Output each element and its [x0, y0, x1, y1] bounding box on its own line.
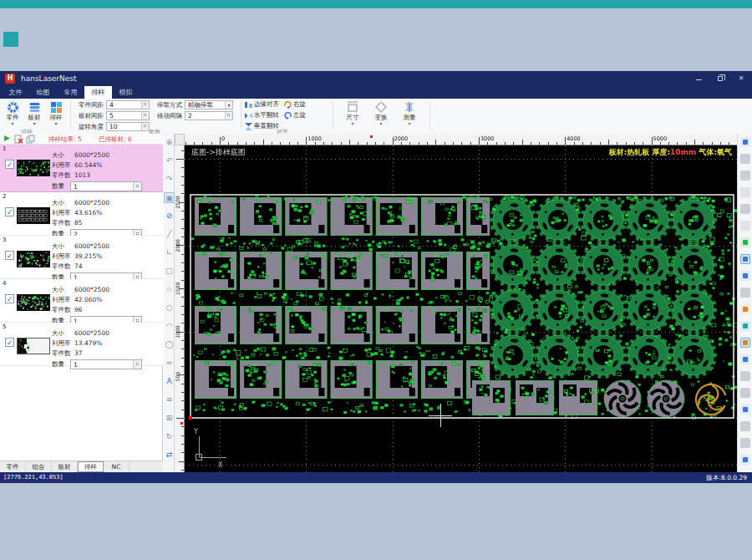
edit-icon[interactable] — [740, 237, 750, 247]
text-icon[interactable]: A — [164, 376, 175, 387]
item-qty-value: 1 — [74, 182, 78, 191]
nest-canvas-area[interactable]: 底图->排样底图 板材:热轧板 厚度:10mm 气体:氧气 — [185, 145, 737, 472]
delete-result-icon[interactable] — [14, 135, 23, 144]
transform-dropdown-caret[interactable]: ▾ — [369, 121, 393, 126]
size-dropdown-caret[interactable]: ▾ — [341, 121, 364, 126]
item-thumbnail — [17, 207, 50, 224]
layer-3-icon[interactable] — [740, 187, 750, 197]
result-item-5[interactable]: 5✓大小6000*2500利用率13.479%零件数37数量1 — [0, 323, 163, 366]
result-item-3[interactable]: 3✓大小6000*2500利用率39.215%零件数74数量1 — [0, 236, 163, 279]
item-checkbox[interactable]: ✓ — [5, 160, 14, 169]
part-gap-input[interactable]: 4 — [106, 100, 150, 109]
item-checkbox[interactable]: ✓ — [5, 294, 14, 303]
arc-icon[interactable]: ◠ — [164, 321, 175, 332]
menu-tab-simulate[interactable]: 模拟 — [112, 86, 140, 99]
result-item-1[interactable]: 1✓大小6000*2500利用率60.544%零件数1013数量1 — [0, 145, 163, 192]
menu-tab-file[interactable]: 文件 — [2, 86, 29, 99]
layer-4-icon[interactable] — [740, 204, 750, 214]
rect-icon[interactable]: □ — [164, 266, 175, 277]
menu-tab-nest[interactable]: 排样 — [84, 86, 112, 99]
dimension-icon[interactable]: ≡ — [164, 395, 175, 405]
sheet-gap-input[interactable]: 5 — [106, 111, 150, 120]
ellipse-icon[interactable]: ◯ — [164, 339, 175, 350]
sheet-gap-picker-icon[interactable] — [141, 112, 149, 120]
canvas-title: 底图->排样底图 — [191, 147, 246, 158]
display-icon[interactable] — [740, 254, 750, 264]
part-gap-picker-icon[interactable] — [141, 101, 149, 109]
panel-icon[interactable] — [740, 405, 750, 415]
polyline-icon[interactable]: ∟ — [164, 247, 175, 258]
circle-icon[interactable]: ○ — [164, 303, 175, 313]
copy-result-icon[interactable] — [26, 135, 35, 144]
nest-dropdown-caret[interactable]: ▾ — [46, 121, 66, 126]
result-item-2[interactable]: 2✓大小6000*2500利用率43.616%零件数85数量2 — [0, 192, 163, 236]
panel-tab-nc[interactable]: NC — [104, 461, 130, 472]
layer-1-icon[interactable] — [740, 154, 750, 164]
restore-button[interactable] — [716, 74, 724, 83]
rotate-right-button[interactable]: 右旋 — [284, 100, 306, 109]
zoom-fit-icon[interactable]: ⊘ — [164, 211, 175, 221]
item-checkbox[interactable]: ✓ — [5, 251, 14, 260]
dock-mode-select[interactable]: 精确停靠▾ — [185, 100, 233, 109]
grid-icon[interactable]: ⊞ — [164, 413, 175, 424]
mirror-icon[interactable]: ⇄ — [164, 450, 175, 461]
parts-button[interactable]: 零件 ▾ — [3, 100, 23, 129]
grid-dots-icon[interactable] — [740, 455, 750, 465]
panel-tab-parts[interactable]: 零件 — [0, 461, 26, 472]
sheets-dropdown-caret[interactable]: ▾ — [24, 121, 44, 126]
layer-5-icon[interactable] — [740, 221, 750, 231]
item-checkbox[interactable]: ✓ — [5, 338, 14, 347]
item-qty-input[interactable]: 1 — [70, 181, 142, 191]
item-parts-count: 96 — [74, 306, 83, 313]
edge-align-button[interactable]: 边缘对齐 — [245, 100, 279, 109]
home-icon[interactable] — [740, 321, 750, 331]
panel-tab-combine[interactable]: 组合 — [26, 461, 52, 472]
spline-icon[interactable]: ≈ — [164, 358, 175, 369]
menu-tab-draw[interactable]: 绘图 — [29, 86, 57, 99]
minimize-button[interactable] — [695, 74, 704, 83]
nest-layout-canvas[interactable] — [185, 145, 737, 472]
move-step-picker-icon[interactable] — [225, 112, 232, 120]
dock-mode-caret-icon[interactable]: ▾ — [225, 101, 232, 109]
info-icon[interactable] — [740, 371, 750, 381]
close-tool-icon[interactable] — [740, 421, 750, 431]
rotate-left-button[interactable]: 左旋 — [284, 111, 306, 120]
item-thumbnail — [17, 338, 50, 354]
item-checkbox[interactable]: ✓ — [5, 207, 14, 216]
panel-tab-nest[interactable]: 排样 — [78, 461, 104, 472]
line-icon[interactable]: ╱ — [164, 229, 175, 240]
sheets-button[interactable]: 板材 ▾ — [24, 100, 44, 129]
parts-dropdown-caret[interactable]: ▾ — [3, 121, 23, 126]
nest-button[interactable]: 排样 ▾ — [46, 100, 66, 129]
zoom-window-icon[interactable]: ▣ — [164, 192, 175, 203]
transform-button[interactable]: 变换 ▾ — [369, 100, 393, 129]
check-icon[interactable] — [740, 438, 750, 448]
item-qty-picker-icon[interactable] — [133, 182, 141, 191]
undo-icon[interactable]: ↶ — [164, 155, 175, 166]
measure-dropdown-caret[interactable]: ▾ — [398, 121, 421, 126]
screen-icon[interactable] — [740, 338, 750, 348]
pause-icon[interactable] — [740, 388, 750, 398]
item-qty-input[interactable]: 1 — [70, 359, 142, 369]
close-button[interactable]: ✕ — [737, 74, 745, 83]
item-qty-picker-icon[interactable] — [133, 360, 141, 369]
rotate-icon[interactable]: ↻ — [164, 431, 175, 442]
link-icon[interactable] — [740, 288, 750, 298]
settings-icon[interactable] — [740, 304, 750, 314]
redo-icon[interactable]: ↷ — [164, 174, 175, 185]
layer-2-icon[interactable] — [740, 171, 750, 181]
star-icon[interactable]: ☆ — [164, 284, 175, 295]
comment-icon[interactable] — [740, 271, 750, 281]
save-icon[interactable] — [740, 137, 750, 147]
size-button[interactable]: 尺寸 ▾ — [341, 100, 364, 129]
share-icon[interactable] — [740, 354, 750, 364]
move-step-input[interactable]: 2 — [185, 111, 233, 120]
panel-tab-sheets[interactable]: 板材 — [52, 461, 78, 472]
pan-icon[interactable]: ⊕ — [164, 137, 175, 148]
measure-button[interactable]: 测量 ▾ — [398, 100, 421, 129]
flip-horizontal-button[interactable]: 水平翻转 — [245, 111, 279, 120]
result-item-4[interactable]: 4✓大小6000*2500利用率42.060%零件数96数量1 — [0, 279, 163, 323]
sheet-thickness-value: 10mm — [670, 148, 696, 156]
menu-tab-common[interactable]: 常用 — [57, 86, 84, 99]
export-result-icon[interactable] — [3, 135, 12, 144]
